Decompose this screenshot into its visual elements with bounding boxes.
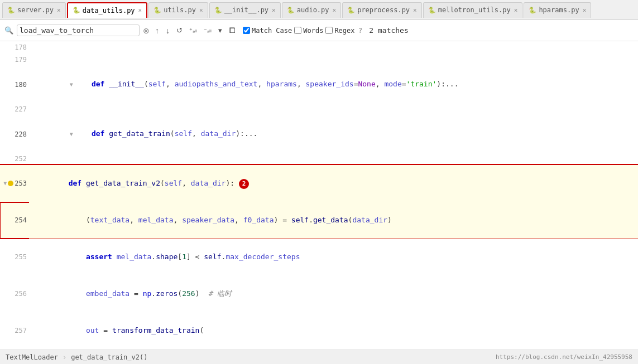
line-number: 227: [0, 103, 29, 115]
line-number: 258: [0, 349, 29, 350]
search-clear-button[interactable]: ⊗: [142, 26, 151, 35]
match-badge: 2: [239, 179, 249, 189]
breadcrumb: TextMelLoader › get_data_train_v2(): [6, 353, 147, 361]
table-row: 179: [0, 54, 638, 66]
whole-words-checkbox[interactable]: [294, 27, 301, 34]
search-refresh-button[interactable]: ↺: [174, 25, 185, 36]
python-icon: 🐍: [7, 7, 15, 14]
tab-close-icon[interactable]: ×: [199, 7, 203, 13]
tab-close-icon[interactable]: ×: [333, 7, 337, 13]
line-content: [29, 153, 638, 165]
python-icon: 🐍: [73, 7, 80, 14]
table-row: 228 def get_data_train(self, data_dir):.…: [0, 115, 638, 153]
match-count: 2 matches: [369, 26, 408, 35]
table-row: 254 (text_data, mel_data, speaker_data, …: [0, 202, 638, 239]
search-help-icon: ?: [358, 26, 363, 35]
tab-preprocess[interactable]: 🐍 preprocess.py ×: [342, 2, 422, 18]
whole-words-option[interactable]: Words: [294, 27, 323, 35]
table-row: 252: [0, 153, 638, 165]
tab-close-icon[interactable]: ×: [138, 7, 142, 13]
line-content: out = transform_data_train(: [29, 312, 638, 349]
tab-close-icon[interactable]: ×: [583, 7, 587, 13]
search-input[interactable]: [20, 26, 109, 35]
line-content: [29, 41, 638, 54]
search-bar: 🔍 ⊗ ↑ ↓ ↺ ⁺ₐₗₗ ⁻ₐₗₗ ▾ ⧠ Match Case Words…: [0, 20, 638, 41]
tab-label: server.py: [17, 6, 54, 14]
line-number: 228: [0, 115, 29, 153]
tab-audio[interactable]: 🐍 audio.py ×: [282, 2, 341, 18]
fold-marker[interactable]: [70, 131, 73, 137]
line-number: 180: [0, 66, 29, 103]
python-icon: 🐍: [347, 7, 355, 14]
python-icon: 🐍: [529, 7, 536, 14]
table-row: 258 hparams=self.hparams,: [0, 349, 638, 350]
breadcrumb-method: get_data_train_v2(): [71, 353, 147, 361]
breadcrumb-class: TextMelLoader: [6, 353, 58, 361]
tab-close-icon[interactable]: ×: [57, 7, 61, 13]
editor-area: 178 179 180 def __init__(self, audiopath…: [0, 41, 638, 350]
status-bar: TextMelLoader › get_data_train_v2() http…: [0, 350, 638, 364]
tab-mellotron[interactable]: 🐍 mellotron_utils.py ×: [423, 2, 523, 18]
regex-checkbox[interactable]: [325, 27, 333, 34]
line-content: assert mel_data.shape[1] < self.max_deco…: [29, 239, 638, 275]
search-add-all-button[interactable]: ⁺ₐₗₗ: [187, 26, 199, 35]
python-icon: 🐍: [214, 7, 222, 14]
tab-label: data_utils.py: [83, 7, 135, 14]
line-number: 252: [0, 153, 29, 165]
line-content: hparams=self.hparams,: [29, 349, 638, 350]
python-icon: 🐍: [287, 7, 295, 14]
line-number: 254: [0, 202, 29, 239]
line-number: 256: [0, 275, 29, 312]
fold-marker[interactable]: [3, 177, 7, 190]
line-content: [29, 103, 638, 115]
line-content: (text_data, mel_data, speaker_data, f0_d…: [29, 202, 638, 239]
regex-option[interactable]: Regex: [325, 27, 354, 35]
line-content: def get_data_train(self, data_dir):...: [29, 115, 638, 153]
table-row: 227: [0, 103, 638, 115]
search-input-wrap: [17, 25, 140, 36]
search-next-button[interactable]: ↓: [164, 25, 172, 36]
tab-label: audio.py: [297, 6, 329, 14]
line-content: def __init__(self, audiopaths_and_text, …: [29, 66, 638, 103]
whole-words-label: Words: [303, 27, 323, 35]
search-toggle-button[interactable]: ⁻ₐₗₗ: [202, 26, 214, 35]
tab-utils[interactable]: 🐍 utils.py ×: [148, 2, 208, 18]
line-number: 255: [0, 239, 29, 275]
tab-label: preprocess.py: [357, 6, 410, 14]
tab-label: utils.py: [164, 6, 196, 14]
tab-init[interactable]: 🐍 __init__.py ×: [209, 2, 281, 18]
line-content: [29, 54, 638, 66]
table-row: 178: [0, 41, 638, 54]
search-options: Match Case Words Regex ?: [243, 26, 362, 35]
editor-scroll[interactable]: 178 179 180 def __init__(self, audiopath…: [0, 41, 638, 350]
line-number: 253: [0, 165, 29, 202]
search-funnel-button[interactable]: ⧠: [227, 25, 238, 36]
table-row: 253 def get_data_train_v2(self, data_dir…: [0, 165, 638, 202]
tab-hparams[interactable]: 🐍 hparams.py ×: [524, 2, 591, 18]
regex-label: Regex: [334, 27, 354, 35]
python-icon: 🐍: [428, 7, 436, 14]
tab-close-icon[interactable]: ×: [272, 7, 276, 13]
table-row: 257 out = transform_data_train(: [0, 312, 638, 349]
match-case-label: Match Case: [252, 27, 292, 35]
tab-bar: 🐍 server.py × 🐍 data_utils.py × 🐍 utils.…: [0, 0, 638, 20]
python-icon: 🐍: [153, 7, 161, 14]
breadcrumb-separator: ›: [63, 353, 66, 361]
line-content: embed_data = np.zeros(256) # 临时: [29, 275, 638, 312]
tab-close-icon[interactable]: ×: [413, 7, 417, 13]
tab-data-utils[interactable]: 🐍 data_utils.py ×: [67, 2, 148, 18]
match-case-option[interactable]: Match Case: [243, 27, 292, 35]
blog-url: https://blog.csdn.net/weixIn_42955958: [496, 353, 632, 361]
line-number: 257: [0, 312, 29, 349]
line-number: 179: [0, 54, 29, 66]
table-row: 256 embed_data = np.zeros(256) # 临时: [0, 275, 638, 312]
tab-label: mellotron_utils.py: [438, 6, 511, 14]
tab-label: hparams.py: [539, 6, 579, 14]
tab-close-icon[interactable]: ×: [514, 7, 518, 13]
search-prev-button[interactable]: ↑: [153, 25, 161, 36]
tab-server[interactable]: 🐍 server.py ×: [2, 2, 66, 18]
fold-marker[interactable]: [70, 81, 73, 88]
search-filter-button[interactable]: ▾: [216, 25, 224, 36]
table-row: 255 assert mel_data.shape[1] < self.max_…: [0, 239, 638, 275]
match-case-checkbox[interactable]: [243, 27, 250, 34]
